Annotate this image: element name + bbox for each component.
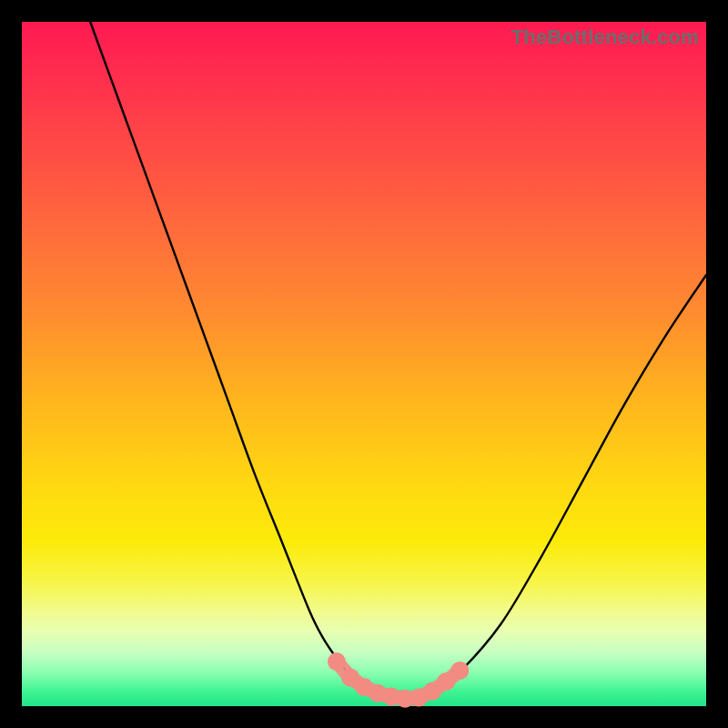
bottleneck-curve [90, 22, 706, 699]
curve-layer [22, 22, 706, 706]
chart-frame: TheBottleneck.com [0, 0, 728, 728]
marker-dot [328, 652, 346, 671]
optimal-range-markers [328, 652, 469, 708]
marker-dot [450, 662, 469, 680]
plot-area: TheBottleneck.com [22, 22, 706, 706]
